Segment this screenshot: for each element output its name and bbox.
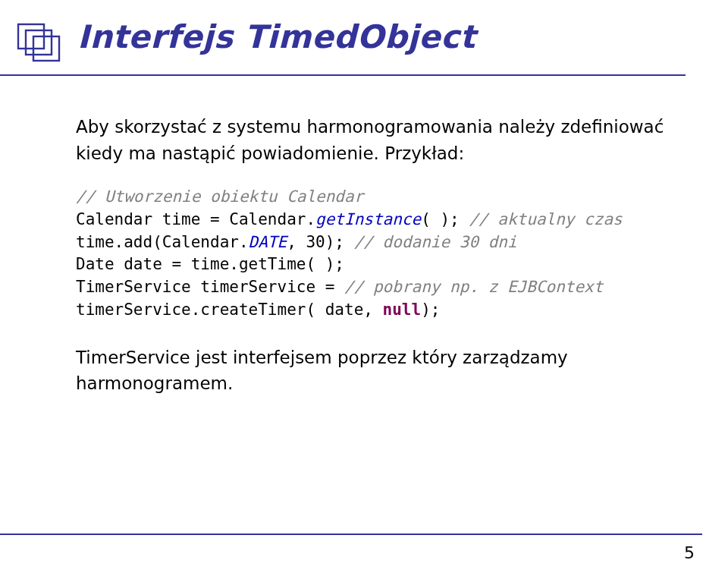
intro-paragraph: Aby skorzystać z systemu harmonogramowan… bbox=[76, 114, 670, 166]
code-comment: // aktualny czas bbox=[469, 210, 622, 228]
code-comment: // pobrany np. z EJBContext bbox=[344, 278, 603, 296]
page-number: 5 bbox=[684, 543, 695, 562]
code-comment: // Utworzenie obiektu Calendar bbox=[76, 187, 363, 206]
outro-paragraph: TimerService jest interfejsem poprzez kt… bbox=[76, 345, 670, 397]
slide-title: Interfejs TimedObject bbox=[77, 18, 475, 55]
slide: Interfejs TimedObject Aby skorzystać z s… bbox=[0, 0, 728, 576]
title-row: Interfejs TimedObject bbox=[42, 18, 686, 68]
body: Aby skorzystać z systemu harmonogramowan… bbox=[42, 114, 686, 397]
overlapping-squares-icon bbox=[15, 21, 65, 68]
code-text: Calendar time = Calendar. bbox=[76, 210, 315, 228]
svg-rect-1 bbox=[26, 30, 52, 55]
code-text: ); bbox=[421, 301, 440, 319]
code-comment: // dodanie 30 dni bbox=[354, 233, 517, 251]
code-text: , 30); bbox=[287, 233, 354, 251]
code-static-call: getInstance bbox=[315, 210, 421, 228]
code-text: Date date = time.getTime( ); bbox=[76, 255, 344, 273]
footer-divider bbox=[0, 534, 702, 535]
code-constant: DATE bbox=[249, 233, 287, 251]
title-divider bbox=[0, 74, 686, 76]
code-text: time.add(Calendar. bbox=[76, 233, 249, 251]
code-keyword: null bbox=[383, 301, 422, 319]
code-text: TimerService timerService = bbox=[76, 278, 344, 296]
code-block: // Utworzenie obiektu Calendar Calendar … bbox=[76, 186, 670, 322]
code-text: timerService.createTimer( date, bbox=[76, 301, 383, 319]
code-text: ( ); bbox=[421, 210, 469, 228]
